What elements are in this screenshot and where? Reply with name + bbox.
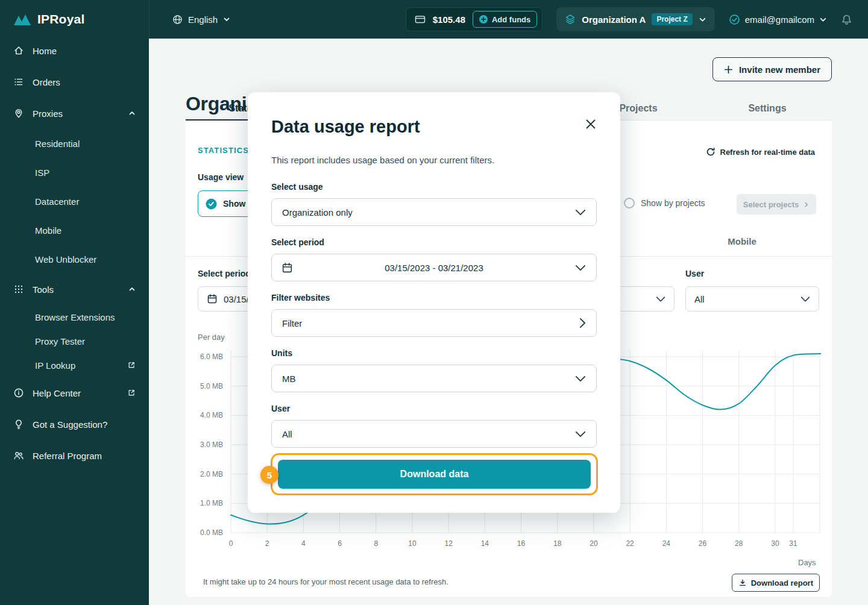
chevron-down-icon — [800, 296, 810, 302]
user-value: All — [282, 429, 292, 439]
refresh-data-label: Refresh for real-time data — [720, 148, 816, 157]
sidebar-item-help-center[interactable]: Help Center — [0, 377, 149, 409]
download-data-button[interactable]: Download data — [278, 460, 591, 489]
topbar: English $105.48 Add funds Organization A… — [149, 0, 868, 39]
balance-widget: $105.48 Add funds — [406, 7, 543, 31]
radio-unchecked-icon — [624, 198, 635, 208]
product-tab-mobile[interactable]: Mobile — [703, 236, 781, 246]
sidebar-item-label: Got a Suggestion? — [33, 419, 107, 430]
select-period-label: Select period — [271, 237, 324, 247]
show-by-projects-option[interactable]: Show by projects — [624, 198, 705, 208]
sidebar-item-mobile[interactable]: Mobile — [0, 216, 149, 245]
sidebar-item-referral[interactable]: Referral Program — [0, 440, 149, 471]
svg-text:12: 12 — [444, 539, 453, 548]
days-axis-label: Days — [798, 558, 816, 567]
modal-subtitle: This report includes usage based on your… — [271, 155, 494, 165]
user-filter-dropdown[interactable]: All — [685, 286, 819, 312]
sidebar-nav: Home Orders Proxies Residential ISP Data… — [0, 35, 149, 471]
sidebar-item-label: Proxies — [33, 108, 63, 119]
sidebar-item-label: Home — [33, 46, 57, 56]
filter-websites-field[interactable]: Filter — [271, 309, 597, 337]
grid-dots-icon — [13, 284, 24, 295]
chevron-down-icon — [575, 209, 586, 216]
svg-text:26: 26 — [699, 539, 707, 548]
notification-bell-icon[interactable] — [841, 14, 852, 25]
verified-check-icon — [729, 14, 740, 25]
sidebar-item-orders[interactable]: Orders — [0, 66, 149, 98]
user-filter-label: User — [685, 269, 704, 278]
sidebar-item-isp[interactable]: ISP — [0, 158, 149, 187]
svg-text:16: 16 — [517, 539, 526, 548]
period-dropdown[interactable]: 03/15/2023 - 03/21/2023 — [271, 254, 597, 281]
radio-checked-icon — [206, 198, 217, 210]
svg-text:14: 14 — [481, 539, 489, 548]
invite-member-label: Invite new member — [739, 64, 820, 75]
sidebar-item-label: ISP — [35, 168, 49, 178]
translate-globe-icon — [172, 14, 183, 25]
add-funds-button[interactable]: Add funds — [473, 11, 537, 28]
svg-text:10: 10 — [408, 539, 417, 548]
download-report-button[interactable]: Download report — [732, 574, 820, 592]
sidebar-item-proxies[interactable]: Proxies — [0, 98, 149, 129]
add-funds-label: Add funds — [492, 15, 530, 24]
chevron-down-icon — [575, 265, 586, 271]
refresh-data-link[interactable]: Refresh for real-time data — [706, 147, 816, 157]
tab-settings[interactable]: Settings — [703, 96, 832, 121]
modal-title: Data usage report — [271, 117, 420, 137]
sidebar-item-residential[interactable]: Residential — [0, 129, 149, 158]
svg-text:28: 28 — [735, 539, 743, 548]
svg-text:0: 0 — [229, 539, 233, 548]
language-selector[interactable]: English — [172, 14, 230, 25]
iproyal-logo-icon — [13, 13, 31, 26]
svg-text:4: 4 — [301, 539, 306, 548]
sidebar-item-datacenter[interactable]: Datacenter — [0, 187, 149, 216]
select-projects-button[interactable]: Select projects — [737, 194, 816, 215]
home-icon — [13, 45, 24, 56]
sidebar-item-label: Help Center — [33, 388, 81, 398]
invite-member-button[interactable]: Invite new member — [712, 57, 832, 81]
svg-text:24: 24 — [662, 539, 671, 548]
plus-icon — [724, 65, 733, 74]
sidebar-item-proxy-tester[interactable]: Proxy Tester — [0, 329, 149, 353]
layers-icon — [565, 14, 576, 25]
chevron-down-icon — [699, 16, 706, 24]
sidebar-item-browser-extensions[interactable]: Browser Extensions — [0, 305, 149, 329]
svg-text:3.0 MB: 3.0 MB — [200, 440, 223, 449]
svg-text:18: 18 — [553, 539, 562, 548]
app-root: IPRoyal Home Orders Proxies Residential … — [0, 0, 868, 605]
close-icon[interactable] — [583, 117, 598, 131]
language-label: English — [188, 14, 218, 25]
orders-list-icon — [13, 77, 24, 87]
sidebar-item-label: IP Lookup — [35, 360, 75, 371]
user-label: User — [271, 404, 290, 413]
organization-selector[interactable]: Organization A Project Z — [556, 7, 714, 31]
sidebar-item-suggestion[interactable]: Got a Suggestion? — [0, 409, 149, 440]
chevron-down-icon — [656, 296, 665, 302]
sidebar-item-label: Orders — [33, 77, 60, 87]
filter-websites-label: Filter websites — [271, 293, 330, 302]
sidebar-item-home[interactable]: Home — [0, 35, 149, 66]
filter-websites-value: Filter — [282, 318, 302, 328]
credit-card-icon — [415, 14, 426, 25]
sidebar-item-web-unblocker[interactable]: Web Unblocker — [0, 245, 149, 274]
account-menu[interactable]: email@gmailcom — [729, 14, 827, 25]
user-dropdown[interactable]: All — [271, 420, 597, 448]
units-value: MB — [282, 374, 296, 384]
svg-text:5.0 MB: 5.0 MB — [200, 382, 223, 390]
sidebar-item-ip-lookup[interactable]: IP Lookup — [0, 353, 149, 377]
brand-logo[interactable]: IPRoyal — [0, 0, 149, 35]
info-circle-icon — [13, 387, 24, 398]
sidebar-item-label: Residential — [35, 139, 80, 149]
svg-text:2.0 MB: 2.0 MB — [200, 470, 223, 478]
units-dropdown[interactable]: MB — [271, 365, 597, 392]
sidebar-item-label: Tools — [33, 284, 54, 295]
sidebar-item-tools[interactable]: Tools — [0, 274, 149, 305]
usage-scope-value: Organization only — [282, 207, 353, 218]
svg-text:30: 30 — [771, 539, 779, 548]
chevron-right-icon — [579, 318, 586, 328]
calendar-icon — [207, 293, 218, 304]
svg-text:31: 31 — [789, 539, 797, 548]
usage-scope-dropdown[interactable]: Organization only — [271, 198, 597, 226]
sidebar-item-label: Referral Program — [33, 451, 102, 461]
plus-circle-icon — [479, 15, 488, 24]
